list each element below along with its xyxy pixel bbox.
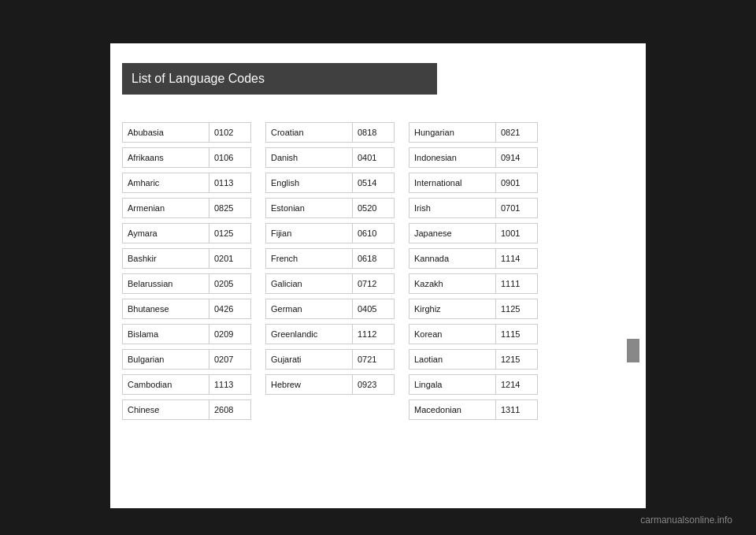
table-row: Hebrew0923 (265, 374, 395, 395)
language-code: 0821 (496, 123, 537, 142)
language-code: 0102 (209, 123, 250, 142)
language-code: 0201 (209, 249, 250, 268)
language-name: Abubasia (123, 123, 209, 142)
language-code: 0113 (209, 173, 250, 192)
scrollbar[interactable] (627, 339, 639, 362)
columns-container: Abubasia0102Afrikaans0106Amharic0113Arme… (122, 122, 538, 425)
language-name: Laotian (410, 350, 496, 369)
language-code: 1111 (496, 274, 537, 293)
table-row: Armenian0825 (122, 198, 251, 218)
table-row: Greenlandic1112 (265, 324, 395, 344)
language-name: Bulgarian (123, 350, 209, 369)
footer-text: carmanualsonline.info (640, 515, 732, 526)
language-code: 0618 (353, 249, 394, 268)
language-name: Indonesian (410, 148, 496, 167)
table-row: Indonesian0914 (409, 147, 538, 168)
language-code: 0923 (353, 375, 394, 394)
language-name: Kannada (410, 249, 496, 268)
language-code: 0401 (353, 148, 394, 167)
language-code: 0610 (353, 224, 394, 243)
language-name: Hebrew (266, 375, 353, 394)
table-row: Macedonian1311 (409, 399, 538, 420)
language-name: Macedonian (410, 400, 496, 419)
language-code: 0914 (496, 148, 537, 167)
table-row: Afrikaans0106 (122, 147, 251, 168)
table-row: Abubasia0102 (122, 122, 251, 143)
language-name: Japanese (410, 224, 496, 243)
language-name: Chinese (123, 400, 209, 419)
language-code: 0818 (353, 123, 394, 142)
language-code: 1125 (496, 299, 537, 318)
language-name: Bislama (123, 325, 209, 344)
language-name: Cambodian (123, 375, 209, 394)
column-3: Hungarian0821Indonesian0914International… (409, 122, 538, 425)
language-code: 0520 (353, 199, 394, 217)
language-code: 0901 (496, 173, 537, 192)
table-row: Hungarian0821 (409, 122, 538, 143)
table-row: Fijian0610 (265, 223, 395, 243)
table-row: Estonian0520 (265, 198, 395, 218)
language-code: 0426 (209, 299, 250, 318)
table-row: Aymara0125 (122, 223, 251, 243)
language-code: 1112 (353, 325, 394, 344)
language-name: International (410, 173, 496, 192)
language-code: 0209 (209, 325, 250, 344)
language-code: 1214 (496, 375, 537, 394)
language-name: Korean (410, 325, 496, 344)
language-code: 0205 (209, 274, 250, 293)
language-name: Estonian (266, 199, 353, 217)
title-bar: List of Language Codes (122, 63, 437, 95)
language-name: Aymara (123, 224, 209, 243)
page-container: List of Language Codes Abubasia0102Afrik… (0, 0, 756, 535)
language-code: 0106 (209, 148, 250, 167)
language-name: Bashkir (123, 249, 209, 268)
language-name: Amharic (123, 173, 209, 192)
table-row: Belarussian0205 (122, 273, 251, 294)
language-code: 1113 (209, 375, 250, 394)
table-row: Gujarati0721 (265, 349, 395, 370)
language-code: 2608 (209, 400, 250, 419)
language-name: Kirghiz (410, 299, 496, 318)
table-row: Bulgarian0207 (122, 349, 251, 370)
language-name: Irish (410, 199, 496, 217)
table-row: Kazakh1111 (409, 273, 538, 294)
language-code: 0125 (209, 224, 250, 243)
table-row: Irish0701 (409, 198, 538, 218)
language-code: 1215 (496, 350, 537, 369)
language-code: 1115 (496, 325, 537, 344)
language-code: 0721 (353, 350, 394, 369)
language-code: 0825 (209, 199, 250, 217)
table-row: Galician0712 (265, 273, 395, 294)
table-row: Korean1115 (409, 324, 538, 344)
table-row: Bhutanese0426 (122, 299, 251, 319)
language-name: Danish (266, 148, 353, 167)
table-row: Lingala1214 (409, 374, 538, 395)
language-name: Galician (266, 274, 353, 293)
table-row: Cambodian1113 (122, 374, 251, 395)
table-row: Kannada1114 (409, 248, 538, 269)
language-code: 0207 (209, 350, 250, 369)
language-name: Bhutanese (123, 299, 209, 318)
language-code: 0405 (353, 299, 394, 318)
language-name: Fijian (266, 224, 353, 243)
table-row: German0405 (265, 299, 395, 319)
table-row: Bashkir0201 (122, 248, 251, 269)
language-code: 0701 (496, 199, 537, 217)
language-code: 1114 (496, 249, 537, 268)
table-row: Chinese2608 (122, 399, 251, 420)
language-name: German (266, 299, 353, 318)
language-name: English (266, 173, 353, 192)
table-row: International0901 (409, 173, 538, 193)
language-code: 1311 (496, 400, 537, 419)
language-name: Afrikaans (123, 148, 209, 167)
language-name: Greenlandic (266, 325, 353, 344)
table-row: Amharic0113 (122, 173, 251, 193)
column-1: Abubasia0102Afrikaans0106Amharic0113Arme… (122, 122, 251, 425)
table-row: Kirghiz1125 (409, 299, 538, 319)
language-name: Hungarian (410, 123, 496, 142)
language-name: French (266, 249, 353, 268)
column-2: Croatian0818Danish0401English0514Estonia… (265, 122, 395, 425)
table-row: Japanese1001 (409, 223, 538, 243)
table-row: Croatian0818 (265, 122, 395, 143)
language-name: Armenian (123, 199, 209, 217)
